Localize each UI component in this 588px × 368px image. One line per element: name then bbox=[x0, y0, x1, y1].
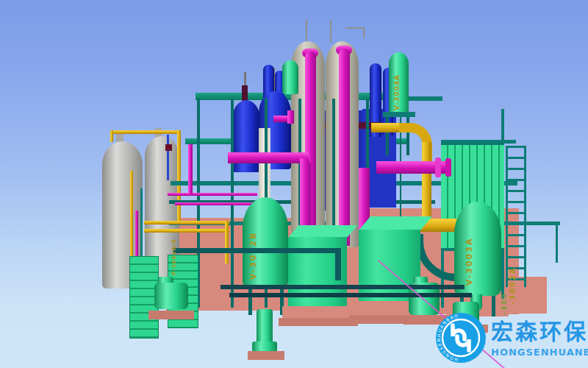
vessel-v3003a-label: V-3003A bbox=[465, 218, 474, 286]
box-tank-1-step bbox=[279, 318, 358, 326]
tag-pump-label: P-3002A/B bbox=[171, 228, 177, 275]
vent-stick bbox=[345, 27, 365, 29]
pipe-flange bbox=[445, 158, 451, 177]
logo-icon: HONGSENHUANBAO bbox=[435, 312, 487, 364]
pipe-segment bbox=[168, 193, 257, 196]
green-vessel-top bbox=[282, 60, 298, 94]
frame-post bbox=[556, 222, 558, 263]
pipe-segment bbox=[135, 210, 138, 262]
tag-3002a-label: -3002A bbox=[509, 234, 517, 305]
pipe-segment bbox=[225, 221, 229, 263]
pipe-segment bbox=[140, 188, 143, 263]
vent-stick bbox=[363, 27, 365, 38]
logo-chinese-name: 宏森环保 bbox=[491, 321, 588, 343]
pipe-segment bbox=[144, 221, 229, 224]
magenta-main-pipe bbox=[228, 152, 309, 163]
pipe-segment bbox=[287, 110, 294, 124]
vessel-v3003a bbox=[454, 202, 501, 296]
pipe-segment bbox=[110, 130, 113, 142]
pipe-segment bbox=[335, 248, 341, 280]
pipe-segment bbox=[229, 293, 472, 297]
pipe-segment bbox=[188, 144, 193, 194]
pipe-segment bbox=[175, 202, 257, 205]
vent-stick bbox=[244, 72, 246, 87]
vent-stick bbox=[330, 20, 331, 43]
shelf bbox=[383, 112, 415, 117]
pipe-segment bbox=[173, 248, 341, 253]
valve bbox=[165, 144, 172, 151]
pump-pedestal bbox=[248, 351, 284, 360]
vent-stick bbox=[306, 19, 307, 43]
pipe-segment bbox=[220, 285, 465, 289]
box-tank-2-top bbox=[359, 216, 432, 230]
pipe-segment bbox=[422, 142, 431, 222]
plant-3d-render: V-3004A V-3002B bbox=[0, 0, 588, 368]
pipe-segment bbox=[144, 229, 229, 233]
pipe-segment bbox=[167, 135, 169, 180]
pipe-segment bbox=[130, 171, 133, 268]
pipe-segment bbox=[110, 130, 180, 134]
vessel-v3004a-label: V-3004A bbox=[393, 57, 401, 110]
pump-left bbox=[154, 283, 188, 309]
pump-pedestal bbox=[148, 311, 194, 319]
pump-base bbox=[252, 342, 277, 352]
vessel-v3002b-label: V-3002B bbox=[248, 212, 258, 280]
pipe-flange bbox=[435, 158, 441, 177]
pipe-segment bbox=[177, 130, 181, 222]
tag-300-label: -300 bbox=[501, 280, 508, 315]
box-tank-1-top bbox=[288, 225, 357, 238]
support-leg bbox=[248, 286, 252, 315]
logo-english-name: HONGSENHUANBAO bbox=[491, 347, 588, 357]
pipe-segment bbox=[371, 123, 402, 132]
support-leg bbox=[492, 293, 495, 316]
